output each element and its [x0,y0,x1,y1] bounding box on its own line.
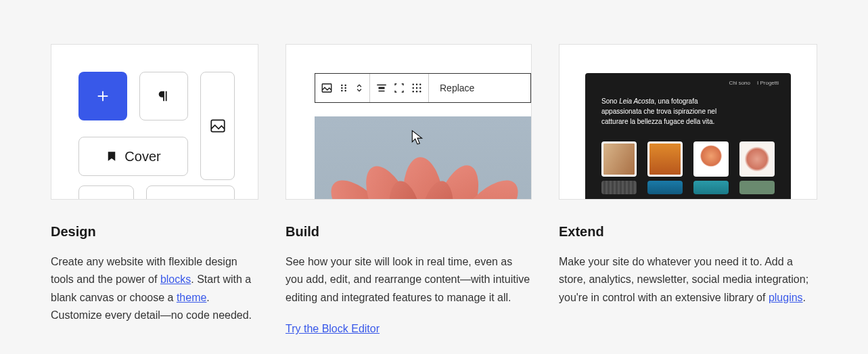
design-description: Create any website with flexible design … [51,253,258,325]
fullwidth-icon[interactable] [393,82,405,94]
thumb-3[interactable] [693,141,729,177]
bookmark-icon [106,150,118,162]
svg-rect-2 [211,120,225,131]
cursor-icon [411,130,424,145]
theme-link[interactable]: theme [177,292,206,303]
image-block-placeholder[interactable] [200,72,235,180]
thumb-1[interactable] [601,141,637,177]
build-card: Replace Build See how your site will loo… [285,44,532,335]
svg-point-8 [341,90,342,91]
svg-point-19 [413,91,414,92]
thumb-7[interactable] [693,181,729,194]
feature-cards-row: Cover Design Create any website with fle… [0,0,868,335]
svg-point-4 [341,85,342,86]
svg-rect-12 [379,87,385,89]
plus-icon [95,89,110,104]
svg-rect-3 [322,84,332,92]
design-title: Design [51,224,258,240]
image-icon [209,117,227,135]
extend-stage: Chi sono I Progetti Sono Leia Acosta, un… [559,45,817,199]
build-stage: Replace [286,45,531,199]
extra-block-2[interactable] [146,185,235,200]
image-type-icon[interactable] [321,82,333,94]
svg-point-17 [416,87,417,89]
thumb-8[interactable] [739,181,775,194]
extend-card: Chi sono I Progetti Sono Leia Acosta, un… [559,44,817,335]
toolbar-group-2 [370,74,429,102]
thumb-4[interactable] [739,141,775,177]
svg-point-21 [419,91,421,92]
gallery-row-2 [601,181,775,194]
build-title: Build [285,224,532,240]
thumb-5[interactable] [601,181,637,194]
design-preview: Cover [51,44,258,200]
design-card: Cover Design Create any website with fle… [51,44,258,335]
build-preview: Replace [285,44,532,200]
gallery-row-1 [601,141,775,177]
grid-icon[interactable] [411,82,423,94]
dark-theme-panel: Chi sono I Progetti Sono Leia Acosta, un… [585,73,791,200]
add-block-button[interactable] [78,72,127,120]
extend-title: Extend [559,224,817,240]
svg-point-16 [413,87,414,89]
svg-point-20 [416,91,417,92]
blocks-link[interactable]: blocks [160,273,191,285]
svg-point-13 [413,84,414,85]
paragraph-block[interactable] [139,72,188,120]
plugins-link[interactable]: plugins [769,292,803,303]
move-up-down-icon[interactable] [355,82,364,94]
svg-point-9 [344,90,346,91]
flower-image[interactable] [315,116,531,200]
cover-block-label: Cover [124,149,160,164]
try-block-editor-link[interactable]: Try the Block Editor [285,323,380,334]
thumb-6[interactable] [647,181,683,194]
svg-point-6 [341,87,342,89]
build-description: See how your site will look in real time… [285,253,532,307]
intro-text: Sono Leia Acosta, una fotografa appassio… [601,96,723,127]
svg-point-15 [419,84,421,85]
svg-point-7 [344,87,346,89]
svg-point-5 [344,85,346,86]
nav-item-1[interactable]: Chi sono [729,80,750,86]
align-icon[interactable] [375,82,388,94]
toolbar-group-1 [315,74,370,102]
svg-point-14 [416,84,417,85]
pilcrow-icon [156,89,171,104]
drag-handle-icon[interactable] [338,83,349,93]
replace-button[interactable]: Replace [429,74,485,102]
extend-preview: Chi sono I Progetti Sono Leia Acosta, un… [559,44,817,200]
nav-item-2[interactable]: I Progetti [757,80,779,86]
thumb-2[interactable] [647,141,683,177]
design-stage: Cover [51,45,258,199]
cover-block[interactable]: Cover [78,137,188,176]
block-toolbar: Replace [315,73,531,103]
dark-panel-nav: Chi sono I Progetti [729,80,779,86]
extra-block-1[interactable] [78,185,134,200]
extra-block-row [78,185,235,200]
svg-point-18 [419,87,421,89]
extend-description: Make your site do whatever you need it t… [559,253,817,307]
